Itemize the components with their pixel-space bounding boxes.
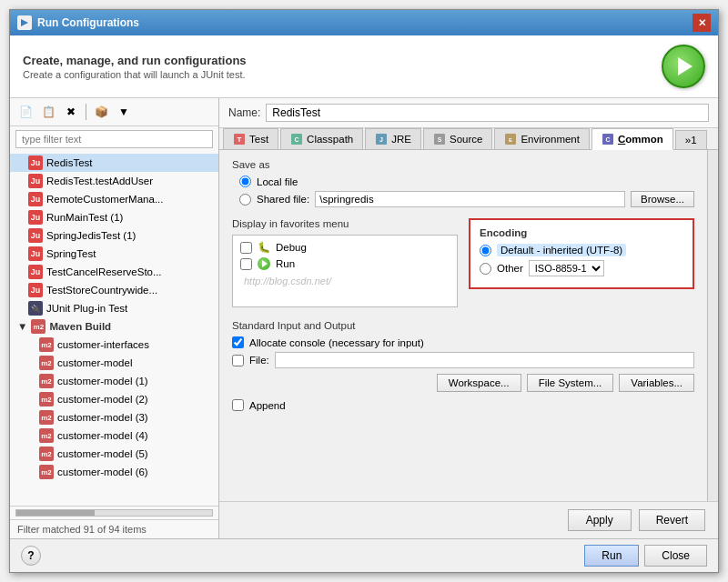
- local-file-radio[interactable]: [239, 176, 251, 187]
- local-file-label: Local file: [257, 176, 298, 187]
- tab-jre[interactable]: J JRE: [365, 128, 421, 149]
- tree-item-customer-model-2[interactable]: m2 customer-model (2): [10, 390, 218, 408]
- filter-status: Filter matched 91 of 94 items: [10, 519, 218, 538]
- name-row: Name:: [219, 98, 718, 128]
- tree-item-customer-model-4[interactable]: m2 customer-model (4): [10, 426, 218, 445]
- horizontal-scrollbar[interactable]: [15, 509, 213, 517]
- tab-overflow[interactable]: »1: [675, 130, 707, 149]
- tree-item-runmaintest[interactable]: Ju RunMainTest (1): [10, 208, 218, 226]
- save-as-label: Save as: [232, 159, 694, 170]
- duplicate-button[interactable]: 📋: [38, 102, 58, 122]
- name-input[interactable]: [266, 104, 709, 122]
- file-system-button[interactable]: File System...: [527, 374, 614, 392]
- tree-item-junit-plugin[interactable]: 🔌 JUnit Plug-in Test: [10, 299, 218, 317]
- tree-item-label: JUnit Plug-in Test: [46, 303, 127, 314]
- append-checkbox[interactable]: [232, 399, 244, 411]
- tab-source[interactable]: S Source: [423, 128, 492, 149]
- other-encoding-radio[interactable]: [480, 263, 491, 275]
- svg-text:C: C: [295, 136, 299, 143]
- run-small-icon: [258, 257, 270, 270]
- maven-icon: m2: [39, 374, 54, 388]
- title-icon: [17, 15, 32, 30]
- variables-button[interactable]: Variables...: [619, 374, 694, 392]
- tree-item-teststorecountry[interactable]: Ju TestStoreCountrywide...: [10, 281, 218, 299]
- right-panel: Name: T Test C Classpath: [219, 98, 718, 538]
- tree-item-label: customer-model (1): [57, 376, 148, 386]
- filter-button[interactable]: 📦: [91, 102, 111, 122]
- tree-item-label: customer-model (5): [57, 448, 148, 459]
- close-window-button[interactable]: ✕: [693, 14, 711, 32]
- run-button[interactable]: Run: [584, 545, 639, 567]
- two-column-section: Display in favorites menu 🐛 Debug: [232, 218, 694, 307]
- tree-item-springtest[interactable]: Ju SpringTest: [10, 245, 218, 263]
- tab-common[interactable]: C Common: [592, 128, 673, 150]
- tree-item-label: customer-model (2): [57, 394, 148, 405]
- file-checkbox[interactable]: [232, 355, 244, 366]
- run-icon-button[interactable]: [662, 45, 705, 88]
- shared-file-radio[interactable]: [239, 194, 251, 206]
- junit-icon: Ju: [28, 265, 43, 279]
- junit-icon: Ju: [28, 210, 43, 225]
- panel-inner: Save as Local file Shared file: Browse..…: [219, 150, 707, 501]
- group-label: Maven Build: [49, 321, 111, 332]
- favorites-list: 🐛 Debug Run http:/: [232, 235, 458, 307]
- tree-item-label: customer-model: [57, 357, 132, 368]
- allocate-console-checkbox[interactable]: [232, 336, 244, 348]
- delete-button[interactable]: ✖: [61, 102, 81, 122]
- run-checkbox[interactable]: [240, 258, 252, 270]
- revert-button[interactable]: Revert: [639, 509, 705, 531]
- encoding-select[interactable]: ISO-8859-1 UTF-8 UTF-16: [529, 260, 604, 276]
- plugin-icon: 🔌: [28, 301, 43, 316]
- watermark: http://blog.csdn.net/: [237, 272, 453, 290]
- maven-icon: m2: [39, 465, 54, 479]
- tree-item-testcancelreserve[interactable]: Ju TestCancelReserveSto...: [10, 263, 218, 281]
- tab-jre-label: JRE: [391, 134, 411, 145]
- tab-environment[interactable]: E Environment: [494, 128, 590, 149]
- svg-text:E: E: [509, 137, 512, 143]
- tree-item-customer-model-6[interactable]: m2 customer-model (6): [10, 463, 218, 481]
- tree-item-customer-model[interactable]: m2 customer-model: [10, 354, 218, 372]
- tree-item-label: SpringJedisTest (1): [46, 230, 136, 241]
- std-io-section: Standard Input and Output Allocate conso…: [232, 320, 694, 411]
- close-button[interactable]: Close: [644, 545, 707, 567]
- tree-item-redistest[interactable]: Ju RedisTest: [10, 154, 218, 172]
- file-label: File:: [249, 355, 269, 366]
- tree-item-customer-model-3[interactable]: m2 customer-model (3): [10, 408, 218, 426]
- tab-classpath[interactable]: C Classpath: [280, 128, 363, 149]
- junit-icon: Ju: [28, 174, 43, 188]
- apply-button[interactable]: Apply: [568, 509, 632, 531]
- tree-item-customer-model-5[interactable]: m2 customer-model (5): [10, 445, 218, 463]
- default-encoding-row: Default - inherited (UTF-8): [480, 244, 683, 256]
- tree-group-maven[interactable]: ▼ m2 Maven Build: [10, 317, 218, 336]
- tree-item-customer-model-1[interactable]: m2 customer-model (1): [10, 372, 218, 390]
- workspace-button[interactable]: Workspace...: [437, 374, 521, 392]
- dropdown-button[interactable]: ▼: [114, 102, 134, 122]
- help-button[interactable]: ?: [21, 546, 41, 566]
- panel-content: Save as Local file Shared file: Browse..…: [219, 150, 718, 501]
- shared-file-input[interactable]: [315, 191, 625, 207]
- favorites-label: Display in favorites menu: [232, 218, 458, 229]
- run-label: Run: [276, 258, 295, 269]
- tree-item-label: customer-interfaces: [57, 339, 149, 350]
- tab-common-label: Common: [618, 134, 663, 145]
- tree-item-springjedis[interactable]: Ju SpringJedisTest (1): [10, 226, 218, 245]
- tab-test[interactable]: T Test: [223, 128, 278, 149]
- tree-item-remotecustomer[interactable]: Ju RemoteCustomerMana...: [10, 190, 218, 208]
- browse-button[interactable]: Browse...: [631, 191, 694, 207]
- fav-run-item: Run: [237, 256, 453, 272]
- dialog-bottom: ? Run Close: [10, 538, 718, 572]
- filter-input[interactable]: [15, 130, 213, 148]
- common-icon: C: [602, 133, 614, 146]
- svg-text:T: T: [238, 135, 242, 144]
- maven-icon: m2: [39, 392, 54, 406]
- tree-item-customer-interfaces[interactable]: m2 customer-interfaces: [10, 336, 218, 354]
- tree-item-redistest-adduser[interactable]: Ju RedisTest.testAddUser: [10, 172, 218, 190]
- default-encoding-radio[interactable]: [480, 245, 491, 256]
- tree-item-label: customer-model (6): [57, 467, 148, 477]
- vertical-scrollbar[interactable]: [707, 150, 718, 501]
- file-input[interactable]: [275, 352, 694, 368]
- tabs: T Test C Classpath J JRE: [219, 128, 718, 150]
- debug-checkbox[interactable]: [240, 242, 252, 254]
- new-config-button[interactable]: 📄: [15, 102, 35, 122]
- std-io-label: Standard Input and Output: [232, 320, 694, 331]
